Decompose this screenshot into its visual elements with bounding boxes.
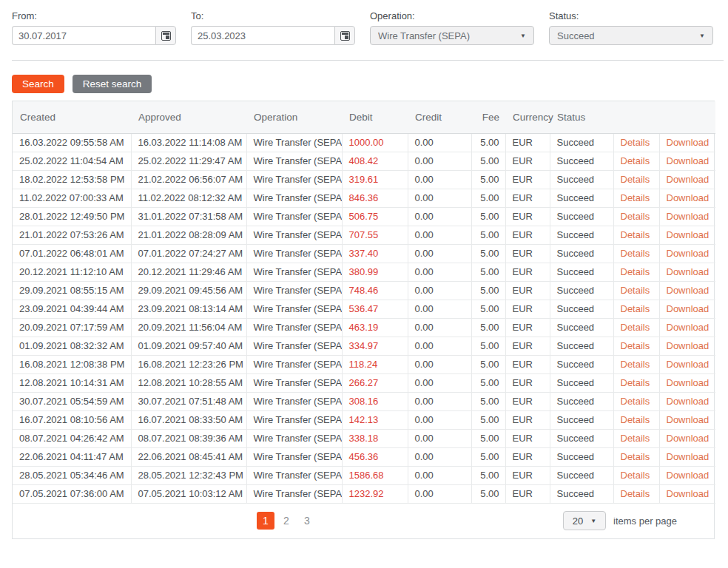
page-button-2[interactable]: 2 <box>277 512 295 530</box>
currency-cell: EUR <box>505 466 550 484</box>
table-row: 30.07.2021 05:54:59 AM30.07.2021 07:51:4… <box>13 392 715 410</box>
debit-cell: 536.47 <box>342 300 408 318</box>
details-link[interactable]: Details <box>621 340 650 351</box>
table-row: 25.02.2022 11:04:54 AM25.02.2022 11:29:4… <box>13 152 715 170</box>
details-link[interactable]: Details <box>621 303 650 314</box>
download-link[interactable]: Download <box>667 470 710 481</box>
download-link[interactable]: Download <box>667 174 710 185</box>
operation-cell: Wire Transfer (SEPA) <box>246 318 342 337</box>
download-link[interactable]: Download <box>667 340 710 351</box>
credit-cell: 0.00 <box>408 447 471 466</box>
operation-cell: Wire Transfer (SEPA) <box>246 263 342 281</box>
debit-cell: 1232.92 <box>342 484 408 503</box>
from-calendar-button[interactable] <box>155 26 176 45</box>
table-row: 16.07.2021 08:10:56 AM16.07.2021 08:33:5… <box>13 410 715 429</box>
details-link[interactable]: Details <box>621 285 650 296</box>
status-cell: Succeed <box>550 152 613 170</box>
currency-cell: EUR <box>505 189 550 207</box>
currency-cell: EUR <box>505 263 550 281</box>
operation-dropdown[interactable]: Wire Transfer (SEPA) ▼ <box>370 26 534 45</box>
download-link[interactable]: Download <box>667 322 710 333</box>
download-link[interactable]: Download <box>667 396 710 407</box>
from-date-input[interactable] <box>12 26 155 45</box>
to-date-input[interactable] <box>191 26 334 45</box>
details-link-cell: Details <box>613 410 659 429</box>
details-link-cell: Details <box>613 152 659 170</box>
download-link[interactable]: Download <box>667 155 710 166</box>
download-link[interactable]: Download <box>667 488 710 499</box>
download-link[interactable]: Download <box>667 414 710 425</box>
download-link[interactable]: Download <box>667 192 710 203</box>
details-link[interactable]: Details <box>621 192 650 203</box>
download-link[interactable]: Download <box>667 285 710 296</box>
credit-cell: 0.00 <box>408 484 471 503</box>
status-cell: Succeed <box>550 244 613 263</box>
credit-cell: 0.00 <box>408 337 471 355</box>
download-link-cell: Download <box>659 281 715 300</box>
fee-cell: 5.00 <box>471 226 505 244</box>
details-link[interactable]: Details <box>621 155 650 166</box>
details-link[interactable]: Details <box>621 451 650 462</box>
currency-cell: EUR <box>505 170 550 189</box>
details-link[interactable]: Details <box>621 433 650 444</box>
approved-cell: 08.07.2021 08:39:36 AM <box>131 429 246 447</box>
debit-cell: 748.46 <box>342 281 408 300</box>
download-link[interactable]: Download <box>667 303 710 314</box>
details-link-cell: Details <box>613 484 659 503</box>
details-link-cell: Details <box>613 170 659 189</box>
download-link[interactable]: Download <box>667 248 710 259</box>
download-link[interactable]: Download <box>667 266 710 277</box>
details-link[interactable]: Details <box>621 488 650 499</box>
debit-cell: 337.40 <box>342 244 408 263</box>
details-link-cell: Details <box>613 300 659 318</box>
details-link[interactable]: Details <box>621 229 650 240</box>
approved-cell: 16.07.2021 08:33:50 AM <box>131 410 246 429</box>
operation-cell: Wire Transfer (SEPA) <box>246 281 342 300</box>
credit-cell: 0.00 <box>408 152 471 170</box>
details-link-cell: Details <box>613 318 659 337</box>
created-cell: 28.01.2022 12:49:50 PM <box>13 207 131 226</box>
status-dropdown[interactable]: Succeed ▼ <box>549 26 713 45</box>
download-link[interactable]: Download <box>667 211 710 222</box>
download-link[interactable]: Download <box>667 433 710 444</box>
download-link[interactable]: Download <box>667 137 710 148</box>
page-button-3[interactable]: 3 <box>298 512 316 530</box>
details-link[interactable]: Details <box>621 377 650 388</box>
page-button-1[interactable]: 1 <box>257 512 274 530</box>
details-link[interactable]: Details <box>621 396 650 407</box>
details-link[interactable]: Details <box>621 248 650 259</box>
details-link[interactable]: Details <box>621 211 650 222</box>
download-link[interactable]: Download <box>667 377 710 388</box>
table-header-row: Created Approved Operation Debit Credit … <box>13 101 715 133</box>
debit-cell: 142.13 <box>342 410 408 429</box>
download-link-cell: Download <box>659 133 715 152</box>
details-link[interactable]: Details <box>621 266 650 277</box>
details-link-cell: Details <box>613 281 659 300</box>
debit-cell: 319.61 <box>342 170 408 189</box>
currency-cell: EUR <box>505 133 550 152</box>
details-link[interactable]: Details <box>621 359 650 370</box>
currency-cell: EUR <box>505 429 550 447</box>
approved-cell: 21.02.2022 06:56:07 AM <box>131 170 246 189</box>
details-link[interactable]: Details <box>621 322 650 333</box>
search-button[interactable]: Search <box>12 75 64 93</box>
details-link[interactable]: Details <box>621 414 650 425</box>
details-link[interactable]: Details <box>621 137 650 148</box>
credit-cell: 0.00 <box>408 318 471 337</box>
reset-search-button[interactable]: Reset search <box>73 75 152 93</box>
download-link[interactable]: Download <box>667 359 710 370</box>
calendar-icon <box>161 31 171 41</box>
currency-cell: EUR <box>505 207 550 226</box>
approved-cell: 22.06.2021 08:45:41 AM <box>131 447 246 466</box>
download-link-cell: Download <box>659 318 715 337</box>
details-link-cell: Details <box>613 466 659 484</box>
debit-cell: 338.18 <box>342 429 408 447</box>
download-link[interactable]: Download <box>667 229 710 240</box>
download-link-cell: Download <box>659 337 715 355</box>
transactions-grid: Created Approved Operation Debit Credit … <box>12 101 715 539</box>
details-link[interactable]: Details <box>621 174 650 185</box>
page-size-dropdown[interactable]: 20 ▼ <box>563 511 606 530</box>
details-link[interactable]: Details <box>621 470 650 481</box>
to-calendar-button[interactable] <box>334 26 355 45</box>
download-link[interactable]: Download <box>667 451 710 462</box>
